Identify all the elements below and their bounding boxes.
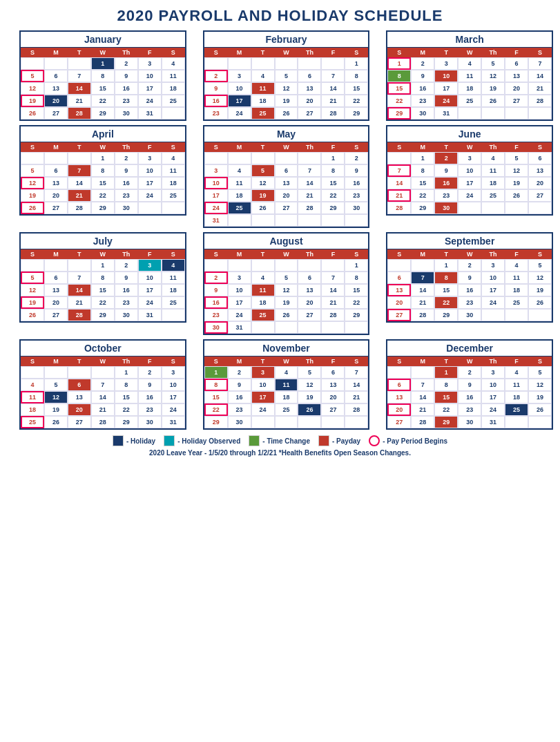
day-cell: 8 [387, 70, 411, 82]
day-cell: 29 [434, 416, 458, 428]
empty-cell [528, 416, 552, 428]
day-cell: 18 [505, 391, 528, 403]
day-cell: 6 [298, 272, 321, 284]
day-cell: 515 [21, 272, 44, 284]
empty-cell [204, 259, 228, 272]
calendar-july: JulySMTWThFS1234515678910111213141516171… [19, 232, 186, 323]
day-cell: 13 [387, 391, 411, 403]
dow-cell: F [321, 48, 345, 57]
cal-body-september: 1234567891011121320141516171819202122232… [387, 259, 552, 321]
day-cell: 23 [434, 189, 458, 202]
day-cell: 28 [321, 309, 345, 321]
day-cell: 4 [162, 259, 185, 272]
dow-cell: Th [115, 249, 138, 259]
day-cell: 24 [204, 70, 228, 82]
day-cell: 824 [204, 379, 228, 391]
empty-cell [321, 259, 345, 272]
day-cell: 25 [228, 202, 251, 214]
legend: - Holiday - Holiday Observed - Time Chan… [7, 435, 553, 446]
day-cell: 9 [115, 272, 138, 284]
day-cell: 7 [68, 272, 91, 284]
day-cell: 25 [275, 403, 298, 416]
day-cell: 12 [528, 379, 552, 391]
day-cell: 4 [21, 379, 44, 391]
day-cell: 5 [21, 164, 44, 177]
day-cell: 19 [44, 403, 68, 416]
day-cell: 17 [138, 82, 162, 95]
calendar-header-august: August [204, 234, 369, 249]
day-cell: 29 [91, 107, 115, 120]
day-cell: 5 [251, 164, 275, 177]
dow-row-october: SMTWThFS [21, 356, 185, 366]
day-cell: 18 [275, 391, 298, 403]
empty-cell [251, 416, 275, 428]
day-cell: 14 [345, 379, 368, 391]
dow-cell: F [138, 249, 162, 259]
empty-cell [228, 57, 251, 70]
empty-cell [44, 152, 68, 164]
day-cell: 23 [204, 309, 228, 321]
day-cell: 13 [68, 391, 91, 403]
dow-cell: F [505, 356, 528, 366]
day-cell: 19 [275, 95, 298, 107]
dow-cell: Th [481, 48, 505, 57]
day-cell: 2 [411, 57, 434, 70]
day-cell: 10 [162, 379, 185, 391]
dow-cell: T [434, 142, 458, 152]
empty-cell [138, 202, 162, 214]
day-cell: 4 [458, 57, 481, 70]
day-cell: 20 [44, 189, 68, 202]
day-cell: 16 [387, 57, 411, 70]
day-cell: 28 [387, 202, 411, 214]
day-cell: 9 [138, 379, 162, 391]
dow-cell: S [21, 249, 44, 259]
day-cell: 15 [91, 82, 115, 95]
day-cell: 2 [228, 366, 251, 379]
day-cell: 16 [458, 391, 481, 403]
day-cell: 6 [275, 164, 298, 177]
day-cell: 19 [528, 391, 552, 403]
day-cell: 20 [505, 82, 528, 95]
dow-row-september: SMTWThFS [387, 249, 552, 259]
dow-cell: Th [115, 356, 138, 366]
dow-cell: S [528, 48, 552, 57]
day-cell: 20 [298, 296, 321, 309]
dow-cell: T [251, 48, 275, 57]
calendar-november: NovemberSMTWThFS123456782491011121314151… [203, 339, 370, 430]
dow-cell: S [162, 249, 185, 259]
day-cell: 1 [321, 152, 345, 164]
empty-cell [298, 416, 321, 428]
day-cell: 1 [91, 152, 115, 164]
day-cell: 9 [458, 379, 481, 391]
empty-cell [68, 57, 91, 70]
calendar-wrapper-august: AugustSMTWThFS12173456789101112131415161… [191, 232, 370, 335]
day-cell: 7 [91, 379, 115, 391]
day-cell: 3 [138, 152, 162, 164]
day-cell: 20 [387, 296, 411, 309]
day-cell: 7 [411, 272, 434, 284]
day-cell: 17 [481, 284, 505, 296]
day-cell: 1 [115, 366, 138, 379]
day-cell: 18 [162, 82, 185, 95]
day-cell: 27 [505, 95, 528, 107]
day-cell: 6 [387, 272, 411, 284]
dow-cell: M [44, 142, 68, 152]
day-cell: 24 [458, 189, 481, 202]
dow-cell: S [204, 249, 228, 259]
calendar-wrapper-november: NovemberSMTWThFS123456782491011121314151… [191, 339, 370, 430]
day-cell: 1011 [204, 177, 228, 189]
day-cell: 28 [68, 107, 91, 120]
dow-cell: S [162, 142, 185, 152]
empty-cell [321, 416, 345, 428]
day-cell: 18 [21, 403, 44, 416]
day-cell: 24 [481, 403, 505, 416]
day-cell: 22 [434, 403, 458, 416]
empty-cell [21, 57, 44, 70]
empty-cell [458, 107, 481, 120]
day-cell: 4 [481, 152, 505, 164]
day-cell: 9 [204, 284, 228, 296]
day-cell: 19 [528, 284, 552, 296]
day-cell: 15 [345, 284, 368, 296]
day-cell: 6 [505, 57, 528, 70]
day-cell: 22 [91, 189, 115, 202]
